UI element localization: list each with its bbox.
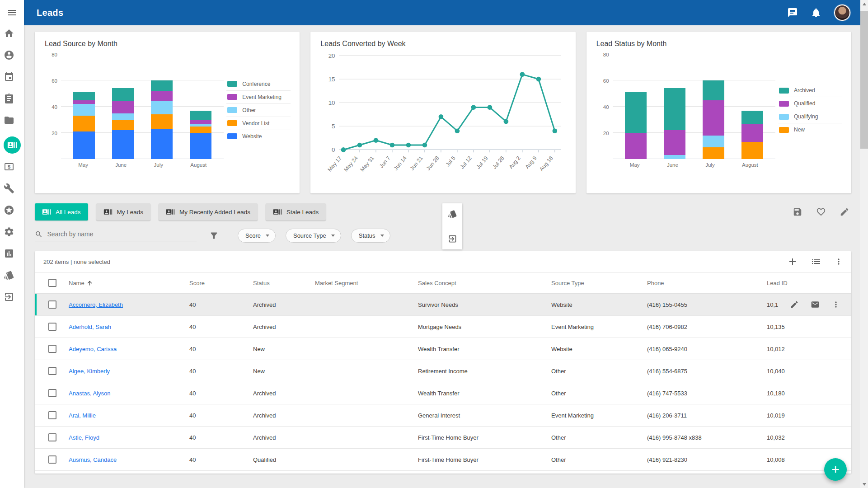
- column-header-lead-id[interactable]: Lead ID: [767, 280, 851, 286]
- row-checkbox[interactable]: [48, 433, 56, 441]
- data-point[interactable]: [422, 143, 427, 148]
- chip-score[interactable]: Score: [238, 229, 276, 243]
- bar-may[interactable]: [625, 92, 647, 159]
- lead-name-link[interactable]: Aderhold, Sarah: [69, 324, 111, 330]
- search-input[interactable]: [47, 230, 197, 238]
- scrollbar: [860, 0, 868, 488]
- column-header-sales-concept[interactable]: Sales Concept: [418, 280, 551, 286]
- table-row[interactable]: Aderhold, Sarah40ArchivedMortgage NeedsE…: [35, 316, 851, 338]
- lead-name-link[interactable]: Algee, Kimberly: [69, 368, 110, 375]
- data-point[interactable]: [536, 77, 541, 82]
- tab-my-recently-added-leads[interactable]: My Recently Added Leads: [159, 203, 258, 221]
- row-checkbox[interactable]: [48, 455, 56, 464]
- row-checkbox[interactable]: [48, 300, 56, 309]
- table-row[interactable]: Anastas, Alyson40ArchivedWealth Transfer…: [35, 382, 851, 404]
- chip-label: Source Type: [293, 232, 326, 239]
- scroll-down-arrow[interactable]: [860, 480, 868, 488]
- lead-name-link[interactable]: Astle, Floyd: [69, 434, 99, 441]
- settings-icon[interactable]: [4, 226, 14, 237]
- more-icon[interactable]: [834, 257, 843, 266]
- view-list-icon[interactable]: [811, 256, 821, 267]
- scroll-up-arrow[interactable]: [860, 0, 868, 8]
- reports-icon[interactable]: [4, 248, 14, 259]
- exit-icon[interactable]: [448, 234, 457, 244]
- calendar-icon[interactable]: [4, 71, 14, 82]
- data-point[interactable]: [553, 128, 558, 133]
- table-row[interactable]: Accornero, Elizabeth40ArchivedSurvivor N…: [35, 294, 851, 316]
- lead-name-link[interactable]: Accornero, Elizabeth: [69, 301, 123, 308]
- data-point[interactable]: [341, 147, 346, 152]
- lead-id-value: 10,012: [767, 346, 785, 352]
- data-point[interactable]: [504, 119, 509, 124]
- row-checkbox[interactable]: [48, 367, 56, 375]
- column-header-phone[interactable]: Phone: [647, 280, 767, 286]
- data-point[interactable]: [406, 143, 411, 148]
- row-checkbox[interactable]: [48, 389, 56, 397]
- edit-icon[interactable]: [790, 300, 799, 309]
- leads-icon[interactable]: [4, 136, 21, 154]
- save-icon[interactable]: [793, 207, 802, 217]
- tags-icon[interactable]: [4, 270, 14, 281]
- data-point[interactable]: [439, 114, 444, 119]
- tasks-icon[interactable]: [4, 93, 14, 104]
- table-row[interactable]: Algee, Kimberly40NewRetirement IncomeOth…: [35, 360, 851, 382]
- edit-icon[interactable]: [840, 207, 849, 217]
- row-checkbox[interactable]: [48, 345, 56, 353]
- bar-may[interactable]: [73, 92, 95, 159]
- table-row[interactable]: Arai, Millie40ArchivedGeneral InterestEv…: [35, 404, 851, 427]
- table-row[interactable]: Ausmus, Candace40QualifiedFirst-Time Hom…: [35, 449, 851, 471]
- avatar[interactable]: [834, 5, 850, 21]
- bar-june[interactable]: [664, 88, 685, 159]
- filter-icon[interactable]: [209, 231, 219, 240]
- tab-all-leads[interactable]: All Leads: [35, 203, 88, 221]
- account-icon[interactable]: [4, 50, 14, 61]
- billing-icon[interactable]: $: [4, 161, 14, 172]
- table-row[interactable]: Adeyemo, Carissa40NewWealth TransferWebs…: [35, 338, 851, 360]
- lead-name-link[interactable]: Anastas, Alyson: [69, 390, 111, 397]
- chip-source-type[interactable]: Source Type: [286, 229, 341, 243]
- scrollbar-thumb[interactable]: [860, 11, 868, 149]
- lead-name-link[interactable]: Ausmus, Candace: [69, 456, 117, 463]
- tab-stale-leads[interactable]: Stale Leads: [266, 203, 326, 221]
- bar-july[interactable]: [151, 80, 173, 159]
- data-point[interactable]: [520, 72, 525, 77]
- column-header-market-segment[interactable]: Market Segment: [315, 280, 418, 286]
- bar-august[interactable]: [190, 111, 211, 159]
- tools-icon[interactable]: [4, 183, 14, 194]
- lead-name-link[interactable]: Arai, Millie: [69, 412, 96, 419]
- data-point[interactable]: [488, 105, 493, 110]
- row-checkbox[interactable]: [48, 411, 56, 419]
- tab-my-leads[interactable]: My Leads: [96, 203, 151, 221]
- home-icon[interactable]: [4, 28, 14, 39]
- chip-status[interactable]: Status: [351, 229, 390, 243]
- data-point[interactable]: [455, 128, 460, 133]
- add-lead-fab[interactable]: +: [824, 458, 847, 481]
- bar-august[interactable]: [741, 111, 763, 159]
- column-header-score[interactable]: Score: [189, 280, 253, 286]
- bell-icon[interactable]: [811, 7, 821, 18]
- folder-icon[interactable]: [4, 115, 14, 126]
- lead-name-link[interactable]: Adeyemo, Carissa: [69, 346, 117, 352]
- data-point[interactable]: [357, 143, 362, 148]
- chat-icon[interactable]: [787, 7, 798, 18]
- data-point[interactable]: [471, 105, 476, 110]
- menu-icon[interactable]: [7, 7, 18, 18]
- bar-july[interactable]: [703, 80, 724, 159]
- add-icon[interactable]: [787, 256, 798, 267]
- exit-icon[interactable]: [4, 291, 14, 302]
- data-point[interactable]: [390, 143, 395, 148]
- column-header-name[interactable]: Name: [69, 280, 189, 286]
- favorite-icon[interactable]: [816, 207, 826, 217]
- more-icon[interactable]: [831, 300, 840, 309]
- email-icon[interactable]: [811, 300, 820, 309]
- data-point[interactable]: [374, 138, 379, 143]
- favorites-icon[interactable]: [4, 205, 14, 216]
- column-header-source-type[interactable]: Source Type: [551, 280, 647, 286]
- tags-icon[interactable]: [448, 209, 457, 219]
- select-all-checkbox[interactable]: [48, 279, 56, 287]
- column-header-status[interactable]: Status: [253, 280, 315, 286]
- row-checkbox[interactable]: [48, 323, 56, 331]
- bar-june[interactable]: [112, 88, 134, 159]
- table-row[interactable]: Astle, Floyd40ArchivedFirst-Time Home Bu…: [35, 427, 851, 449]
- legend: ArchivedQualifiedQualifyingNew: [778, 84, 842, 136]
